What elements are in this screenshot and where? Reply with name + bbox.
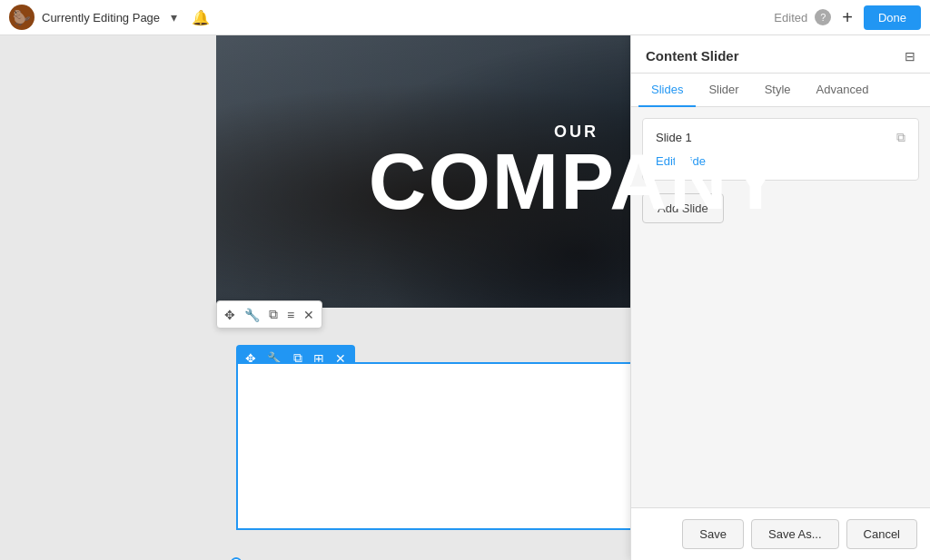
element-toolbar: ✥ 🔧 ⧉ ≡ ✕ (216, 300, 322, 329)
logo-emoji: 🦫 (13, 9, 31, 26)
tab-advanced[interactable]: Advanced (804, 74, 882, 107)
move-icon[interactable]: ✥ (223, 306, 237, 324)
main-area: OUR COMPANY ✥ 🔧 ⧉ ≡ ✕ ✥ 🔧 ⧉ ⊞ ✕ Content … (0, 35, 930, 560)
save-button[interactable]: Save (682, 519, 744, 549)
currently-editing-label: Currently Editing Page (42, 11, 160, 25)
panel-title: Content Slider (646, 48, 739, 64)
copy-slide-icon[interactable]: ⧉ (896, 130, 905, 145)
panel-header: Content Slider ⊟ (631, 35, 930, 74)
close-icon[interactable]: ✕ (302, 306, 316, 324)
panel-tabs: Slides Slider Style Advanced (631, 74, 930, 107)
notification-bell-button[interactable]: 🔔 (188, 5, 213, 30)
edited-label: Edited (774, 11, 807, 25)
duplicate-icon[interactable]: ⧉ (267, 305, 280, 324)
minimize-button[interactable]: ⊟ (905, 49, 915, 64)
logo: 🦫 (9, 5, 35, 30)
add-button[interactable]: + (838, 7, 856, 28)
cancel-button[interactable]: Cancel (846, 519, 917, 549)
top-bar: 🦫 Currently Editing Page ▾ 🔔 Edited ? + … (0, 0, 930, 35)
hero-company-text: COMPANY (369, 142, 784, 221)
wrench-icon[interactable]: 🔧 (242, 306, 262, 324)
tab-slides[interactable]: Slides (638, 74, 696, 107)
tab-slider[interactable]: Slider (696, 74, 751, 107)
help-button[interactable]: ? (815, 9, 831, 25)
done-button[interactable]: Done (864, 5, 921, 30)
save-as-button[interactable]: Save As... (751, 519, 839, 549)
panel-footer: Save Save As... Cancel (631, 507, 930, 560)
content-slider-panel: Content Slider ⊟ Slides Slider Style Adv… (630, 35, 930, 560)
list-icon[interactable]: ≡ (285, 306, 296, 324)
tab-style[interactable]: Style (752, 74, 804, 107)
chevron-down-button[interactable]: ▾ (167, 6, 181, 28)
